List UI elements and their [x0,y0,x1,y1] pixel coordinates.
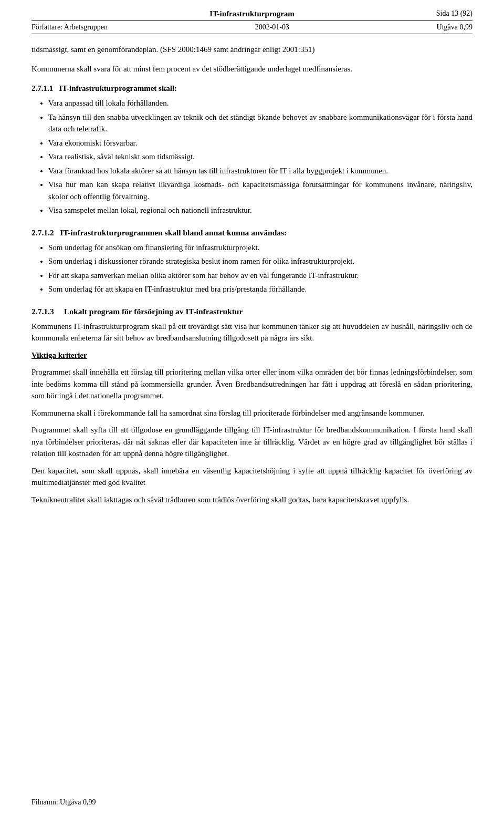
viktiga-kriterier-text: Viktiga kriterier [32,351,87,359]
list-item: Vara ekonomiskt försvarbar. [48,137,472,149]
list-item: Som underlag för ansökan om finansiering… [48,242,472,254]
footer-filename: Filnamn: Utgåva 0,99 [32,798,96,806]
list-item: Som underlag för att skapa en IT-infrast… [48,283,472,295]
section-271-title: IT-infrastrukturprogrammet skall: [59,84,177,92]
subheader: Författare: Arbetsgruppen 2002-01-03 Utg… [32,23,472,34]
section-273-heading: 2.7.1.3 Lokalt program för försörjning a… [32,307,472,316]
section-273-para4: Programmet skall syfta till att tillgodo… [32,424,472,460]
header-center: IT-infrastrukturprogram [116,9,388,18]
list-item: Visa samspelet mellan lokal, regional oc… [48,204,472,216]
section-273-para1: Kommunens IT-infrastrukturprogram skall … [32,321,472,344]
paragraph-kommunerna-text: Kommunerna skall svara för att minst fem… [32,65,352,73]
edition-label: Utgåva 0,99 [437,23,472,32]
page-info: Sida 13 (92) [436,9,472,17]
section-271-list: Vara anpassad till lokala förhållanden. … [48,97,472,216]
document-title: IT-infrastrukturprogram [209,9,295,18]
section-272-list: Som underlag för ansökan om finansiering… [48,242,472,295]
date-label: 2002-01-03 [255,23,289,32]
section-273-para3: Kommunerna skall i förekommande fall ha … [32,407,472,419]
header-right: Sida 13 (92) [388,9,472,18]
list-item: Visa hur man kan skapa relativt likvärdi… [48,179,472,202]
list-item: Vara förankrad hos lokala aktörer så att… [48,165,472,177]
paragraph-kommunerna: Kommunerna skall svara för att minst fem… [32,63,472,75]
list-item: För att skapa samverkan mellan olika akt… [48,270,472,282]
footer: Filnamn: Utgåva 0,99 [32,798,96,807]
author-label: Författare: Arbetsgruppen [32,23,108,32]
intro-paragraph: tidsmässigt, samt en genomförandeplan. (… [32,44,472,56]
section-273-para5: Den kapacitet, som skall uppnås, skall i… [32,465,472,489]
page: IT-infrastrukturprogram Sida 13 (92) För… [0,0,504,816]
viktiga-kriterier-label: Viktiga kriterier [32,349,472,361]
section-273-para2: Programmet skall innehålla ett förslag t… [32,366,472,402]
list-item: Vara anpassad till lokala förhållanden. [48,97,472,109]
list-item: Vara realistisk, såväl tekniskt som tids… [48,151,472,163]
section-272-heading: 2.7.1.2 IT-infrastrukturprogrammen skall… [32,228,472,237]
list-item: Ta hänsyn till den snabba utvecklingen a… [48,111,472,135]
section-273-number: 2.7.1.3 [32,307,54,316]
section-272: 2.7.1.2 IT-infrastrukturprogrammen skall… [32,228,472,295]
header: IT-infrastrukturprogram Sida 13 (92) [32,0,472,21]
section-273-title: Lokalt program för försörjning av IT-inf… [64,307,243,316]
section-272-title: IT-infrastrukturprogrammen skall bland a… [60,228,287,237]
intro-text: tidsmässigt, samt en genomförandeplan. (… [32,45,315,54]
section-272-number: 2.7.1.2 [32,228,54,237]
section-271: 2.7.1.1 IT-infrastrukturprogrammet skall… [32,84,472,216]
section-273-para6: Teknikneutralitet skall iakttagas och så… [32,494,472,506]
section-271-number: 2.7.1.1 [32,84,53,92]
section-273: 2.7.1.3 Lokalt program för försörjning a… [32,307,472,506]
list-item: Som underlag i diskussioner rörande stra… [48,255,472,267]
section-271-heading: 2.7.1.1 IT-infrastrukturprogrammet skall… [32,84,472,93]
main-content: tidsmässigt, samt en genomförandeplan. (… [32,42,472,505]
